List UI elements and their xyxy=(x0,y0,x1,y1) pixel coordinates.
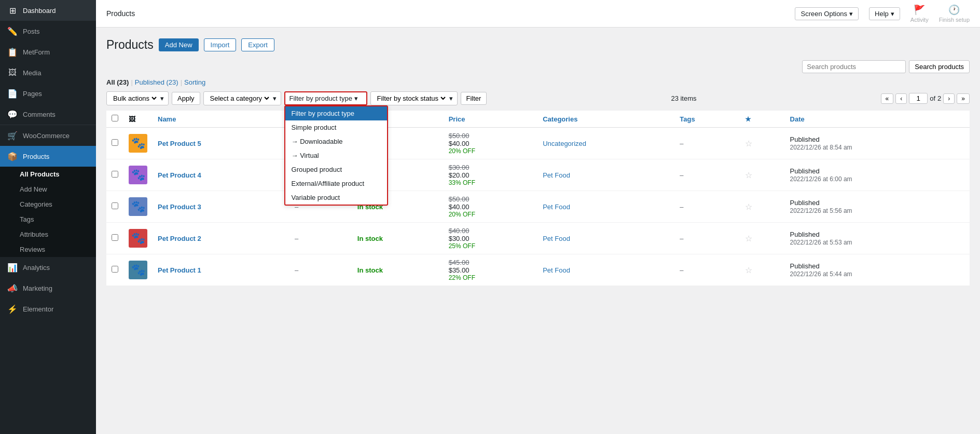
categories-column-header[interactable]: Categories xyxy=(537,111,674,128)
category-link[interactable]: Uncategorized xyxy=(543,140,586,147)
image-icon: 🖼 xyxy=(129,115,135,123)
products-submenu: All Products Add New Categories Tags Att… xyxy=(0,167,96,257)
apply-button[interactable]: Apply xyxy=(172,92,200,105)
search-products-button[interactable]: Search products xyxy=(909,60,970,73)
tags-column-header[interactable]: Tags xyxy=(674,111,740,128)
help-button[interactable]: Help ▾ xyxy=(869,7,900,20)
date-cell: Published 2022/12/26 at 8:54 am xyxy=(785,128,970,159)
bulk-actions-select[interactable]: Bulk actions ▾ xyxy=(106,91,169,105)
star-cell[interactable]: ☆ xyxy=(740,254,785,286)
search-input[interactable] xyxy=(802,60,906,73)
product-type-filter-button[interactable]: Filter by product type ▾ xyxy=(284,91,367,105)
row-checkbox[interactable] xyxy=(112,202,118,209)
product-name[interactable]: Pet Product 5 xyxy=(158,140,201,147)
sidebar-item-pages[interactable]: 📄 Pages xyxy=(0,83,96,104)
sidebar-item-products[interactable]: 📦 Products xyxy=(0,146,96,167)
sidebar-item-comments[interactable]: 💬 Comments xyxy=(0,104,96,125)
star-cell[interactable]: ☆ xyxy=(740,128,785,159)
sku: – xyxy=(295,266,298,274)
sidebar-item-dashboard[interactable]: ⊞ Dashboard xyxy=(0,0,96,21)
product-name[interactable]: Pet Product 1 xyxy=(158,266,201,274)
finish-setup-button[interactable]: 🕐 Finish setup xyxy=(939,4,970,23)
tags-cell: – xyxy=(674,254,740,286)
dropdown-item-downloadable[interactable]: → Downloadable xyxy=(285,134,387,148)
last-page-button[interactable]: » xyxy=(957,93,970,104)
dropdown-item-grouped[interactable]: Grouped product xyxy=(285,162,387,177)
sidebar-sub-item-attributes[interactable]: Attributes xyxy=(0,227,96,242)
star-icon[interactable]: ☆ xyxy=(745,266,752,275)
dropdown-item-filter-type[interactable]: Filter by product type xyxy=(285,106,387,120)
price-off: 25% OFF xyxy=(449,242,533,250)
category-link[interactable]: Pet Food xyxy=(543,171,570,179)
date-cell: Published 2022/12/26 at 6:00 am xyxy=(785,159,970,191)
price-cell: $40.00 $30.00 25% OFF xyxy=(444,223,538,254)
activity-button[interactable]: 🚩 Activity xyxy=(910,4,929,23)
import-button[interactable]: Import xyxy=(204,38,237,51)
star-cell[interactable]: ☆ xyxy=(740,191,785,223)
add-new-button[interactable]: Add New xyxy=(159,38,199,51)
sidebar-sub-item-tags[interactable]: Tags xyxy=(0,212,96,227)
bulk-actions-dropdown[interactable]: Bulk actions xyxy=(111,94,158,103)
category-dropdown[interactable]: Select a category xyxy=(208,94,271,103)
sidebar-item-marketing[interactable]: 📣 Marketing xyxy=(0,278,96,299)
sidebar-item-label: Media xyxy=(23,69,41,77)
select-all-checkbox[interactable] xyxy=(112,115,118,121)
prev-page-button[interactable]: ‹ xyxy=(895,93,907,104)
sku-cell: – xyxy=(289,254,352,286)
category-link[interactable]: Pet Food xyxy=(543,235,570,242)
tab-sorting[interactable]: Sorting xyxy=(184,78,205,86)
price-sale: $35.00 xyxy=(449,266,533,274)
dropdown-item-variable[interactable]: Variable product xyxy=(285,191,387,205)
export-button[interactable]: Export xyxy=(241,38,274,51)
category-link[interactable]: Pet Food xyxy=(543,203,570,211)
star-icon[interactable]: ☆ xyxy=(745,234,752,243)
row-checkbox[interactable] xyxy=(112,266,118,273)
select-category-filter[interactable]: Select a category ▾ xyxy=(203,91,281,105)
price-off: 33% OFF xyxy=(449,179,533,186)
screen-options-button[interactable]: Screen Options ▾ xyxy=(795,7,859,20)
dropdown-item-simple[interactable]: Simple product xyxy=(285,120,387,134)
product-name[interactable]: Pet Product 2 xyxy=(158,235,201,242)
page-input[interactable] xyxy=(909,93,928,104)
product-thumbnail: 🐾 xyxy=(129,166,147,184)
sidebar-sub-item-reviews[interactable]: Reviews xyxy=(0,242,96,257)
row-checkbox[interactable] xyxy=(112,171,118,178)
category-link[interactable]: Pet Food xyxy=(543,266,570,274)
sidebar-item-posts[interactable]: ✏️ Posts xyxy=(0,21,96,42)
stock-status-dropdown[interactable]: Filter by stock status xyxy=(375,94,447,103)
sidebar-item-label: Analytics xyxy=(23,264,50,272)
product-name[interactable]: Pet Product 3 xyxy=(158,203,201,211)
sidebar-item-label: Marketing xyxy=(23,284,52,292)
dropdown-item-external[interactable]: External/Affiliate product xyxy=(285,177,387,191)
sidebar-item-elementor[interactable]: ⚡ Elementor xyxy=(0,299,96,319)
price-column-header[interactable]: Price xyxy=(444,111,538,128)
tab-published[interactable]: Published (23) xyxy=(135,78,178,86)
star-icon[interactable]: ☆ xyxy=(745,139,752,148)
price-original: $50.00 xyxy=(449,132,533,140)
sidebar-item-woocommerce[interactable]: 🛒 WooCommerce xyxy=(0,125,96,146)
featured-column-header[interactable]: ★ xyxy=(740,111,785,128)
sidebar-item-metform[interactable]: 📋 MetForm xyxy=(0,42,96,62)
sidebar-item-media[interactable]: 🖼 Media xyxy=(0,62,96,83)
row-checkbox[interactable] xyxy=(112,234,118,241)
sidebar-sub-item-categories[interactable]: Categories xyxy=(0,197,96,212)
star-icon[interactable]: ☆ xyxy=(745,171,752,180)
product-name[interactable]: Pet Product 4 xyxy=(158,171,201,179)
stock-status-filter[interactable]: Filter by stock status ▾ xyxy=(370,91,458,105)
name-column-header[interactable]: Name xyxy=(153,111,289,128)
tab-all[interactable]: All (23) xyxy=(106,78,129,86)
first-page-button[interactable]: « xyxy=(881,93,894,104)
star-icon[interactable]: ☆ xyxy=(745,202,752,211)
sidebar-sub-item-all-products[interactable]: All Products xyxy=(0,167,96,182)
row-checkbox[interactable] xyxy=(112,139,118,146)
date-column-header[interactable]: Date xyxy=(785,111,970,128)
dashboard-icon: ⊞ xyxy=(7,5,18,16)
dropdown-item-virtual[interactable]: → Virtual xyxy=(285,148,387,162)
filter-button[interactable]: Filter xyxy=(461,92,487,105)
sidebar-item-analytics[interactable]: 📊 Analytics xyxy=(0,257,96,278)
star-cell[interactable]: ☆ xyxy=(740,223,785,254)
next-page-button[interactable]: › xyxy=(943,93,955,104)
sidebar-sub-item-add-new[interactable]: Add New xyxy=(0,182,96,197)
price-off: 20% OFF xyxy=(449,147,533,155)
star-cell[interactable]: ☆ xyxy=(740,159,785,191)
